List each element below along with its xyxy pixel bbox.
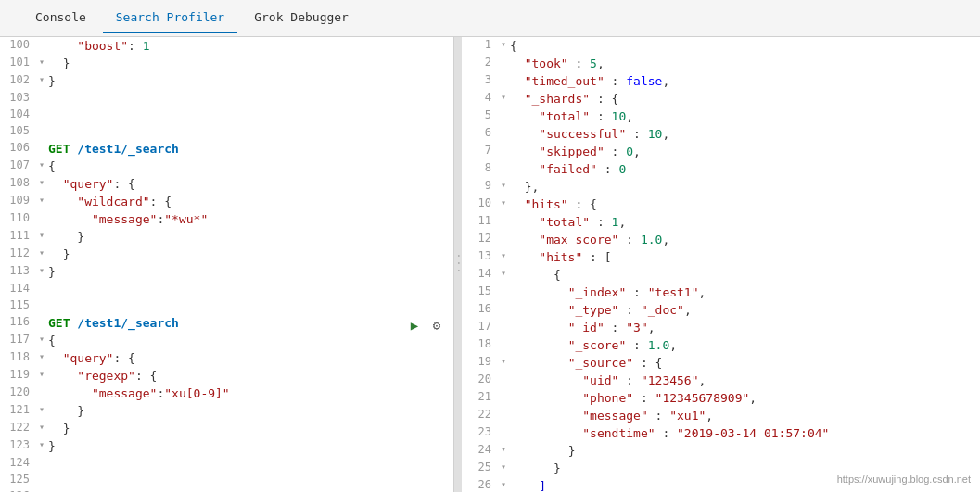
line-content: "timed_out" : false, [510,72,980,90]
line-content [48,455,453,457]
fold-arrow[interactable]: ▾ [35,158,48,170]
line-content: "phone" : "12345678909", [510,389,980,407]
fold-arrow[interactable] [497,143,510,145]
fold-arrow[interactable] [35,488,48,490]
fold-arrow[interactable] [497,284,510,285]
fold-arrow[interactable] [35,297,48,299]
fold-arrow[interactable] [497,336,510,338]
fold-arrow[interactable] [35,90,48,92]
fold-arrow[interactable] [497,372,510,373]
fold-arrow[interactable] [497,213,510,215]
line-number: 113 [0,263,35,277]
fold-arrow[interactable] [497,72,510,74]
fold-arrow[interactable]: ▾ [497,178,510,190]
table-row: 9▾ }, [462,178,980,196]
fold-arrow[interactable] [497,107,510,109]
line-content: "_type" : "_doc", [510,301,980,319]
table-row: 7 "skipped" : 0, [462,143,980,160]
fold-arrow[interactable]: ▾ [497,248,510,260]
fold-arrow[interactable]: ▾ [35,72,48,84]
line-content [48,90,453,92]
fold-arrow[interactable]: ▾ [497,37,510,49]
fold-arrow[interactable]: ▾ [497,460,510,472]
fold-arrow[interactable]: ▾ [497,354,510,366]
fold-arrow[interactable] [35,140,48,142]
fold-arrow[interactable] [35,107,48,108]
line-content: "hits" : { [510,196,980,213]
fold-arrow[interactable] [35,455,48,457]
table-row: 104 [0,107,453,123]
fold-arrow[interactable]: ▾ [35,175,48,187]
line-content: "regexp": { [48,367,453,385]
fold-arrow[interactable] [497,55,510,57]
fold-arrow[interactable] [35,210,48,212]
right-code-area[interactable]: 1▾{2 "took" : 5,3 "timed_out" : false,4▾… [462,37,980,492]
table-row: 3 "timed_out" : false, [462,72,980,90]
fold-arrow[interactable]: ▾ [35,246,48,258]
line-number: 108 [0,175,35,189]
table-row[interactable]: 116 GET /test1/_search▶⚙ [0,314,453,332]
fold-arrow[interactable] [497,319,510,321]
table-row: 122▾ } [0,420,453,437]
fold-arrow[interactable] [35,281,48,283]
fold-arrow[interactable] [35,385,48,386]
fold-arrow[interactable]: ▾ [35,367,48,379]
table-row: 5 "total" : 10, [462,107,980,125]
fold-arrow[interactable] [35,37,48,39]
fold-arrow[interactable]: ▾ [35,349,48,361]
fold-arrow[interactable] [497,301,510,303]
line-content: { [48,158,453,175]
line-number: 100 [0,37,35,51]
tab-search-profiler[interactable]: Search Profiler [103,3,237,33]
line-content [48,123,453,125]
line-content: "uid" : "123456", [510,372,980,389]
fold-arrow[interactable] [497,389,510,391]
fold-arrow[interactable] [497,125,510,127]
fold-arrow[interactable]: ▾ [497,196,510,208]
fold-arrow[interactable]: ▾ [497,442,510,454]
fold-arrow[interactable]: ▾ [35,437,48,449]
fold-arrow[interactable]: ▾ [35,55,48,67]
fold-arrow[interactable]: ▾ [35,332,48,344]
fold-arrow[interactable]: ▾ [497,90,510,102]
fold-arrow[interactable] [497,160,510,162]
left-code-area[interactable]: 100 "boost": 1101▾ }102▾}103 104 105 106… [0,37,453,492]
fold-arrow[interactable] [497,424,510,426]
line-number: 119 [0,367,35,381]
line-content: GET /test1/_search [48,140,453,158]
fold-arrow[interactable]: ▾ [35,420,48,432]
fold-arrow[interactable]: ▾ [35,228,48,240]
line-number: 25 [462,460,497,473]
line-content: "failed" : 0 [510,160,980,178]
tab-grok-debugger[interactable]: Grok Debugger [241,3,362,33]
line-number: 118 [0,349,35,363]
fold-arrow[interactable]: ▾ [497,477,510,489]
line-number: 114 [0,281,35,295]
line-content: "message":"*wu*" [48,210,453,228]
line-number: 16 [462,301,497,315]
fold-arrow[interactable] [35,472,48,473]
tab-console[interactable]: Console [22,3,99,33]
fold-arrow[interactable]: ▾ [497,266,510,278]
line-content: } [48,228,453,246]
table-row: 106 GET /test1/_search [0,140,453,158]
fold-arrow[interactable]: ▾ [35,402,48,414]
line-content: GET /test1/_search [48,314,453,332]
fold-arrow[interactable] [35,314,48,316]
line-number: 116 [0,314,35,328]
line-number: 107 [0,158,35,171]
line-number: 19 [462,354,497,368]
fold-arrow[interactable] [35,123,48,125]
table-row: 101▾ } [0,55,453,72]
table-row: 124 [0,455,453,472]
fold-arrow[interactable] [497,407,510,409]
fold-arrow[interactable] [497,231,510,233]
table-row: 4▾ "_shards" : { [462,90,980,107]
fold-arrow[interactable]: ▾ [35,193,48,205]
panel-separator[interactable]: ··· [454,37,462,492]
line-content: "wildcard": { [48,193,453,210]
table-row: 105 [0,123,453,140]
fold-arrow[interactable]: ▾ [35,263,48,275]
line-number: 115 [0,297,35,311]
line-number: 124 [0,455,35,469]
